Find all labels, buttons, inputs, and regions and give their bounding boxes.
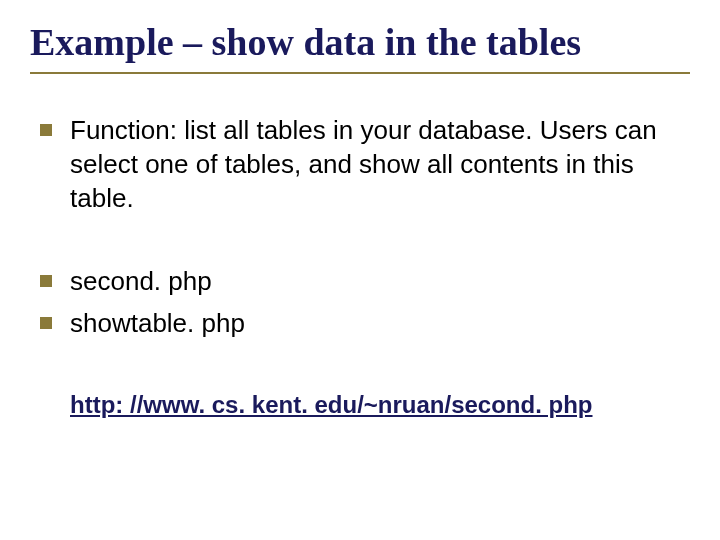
link-container: http: //www. cs. kent. edu/~nruan/second… [40,391,690,419]
bullet-text: Function: list all tables in your databa… [70,114,690,215]
bullet-text: second. php [70,265,212,299]
bullet-square-icon [40,275,52,287]
page-title: Example – show data in the tables [30,20,690,64]
bullet-text: showtable. php [70,307,245,341]
content-area: Function: list all tables in your databa… [30,114,690,419]
title-container: Example – show data in the tables [30,20,690,74]
list-item: Function: list all tables in your databa… [40,114,690,215]
bullet-group-2: second. php showtable. php [40,265,690,341]
list-item: second. php [40,265,690,299]
bullet-square-icon [40,124,52,136]
list-item: showtable. php [40,307,690,341]
bullet-group-1: Function: list all tables in your databa… [40,114,690,215]
bullet-square-icon [40,317,52,329]
url-link[interactable]: http: //www. cs. kent. edu/~nruan/second… [70,391,593,418]
